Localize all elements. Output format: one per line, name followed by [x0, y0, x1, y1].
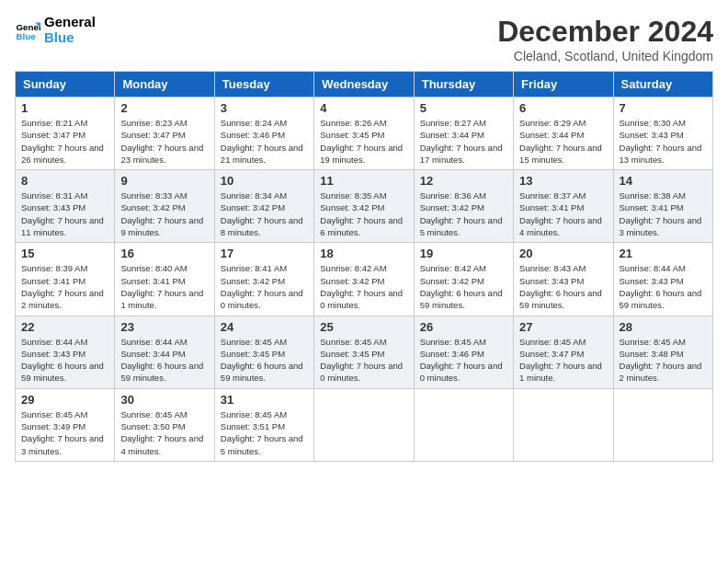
calendar-week-row: 8 Sunrise: 8:31 AMSunset: 3:43 PMDayligh…: [16, 170, 713, 243]
day-number: 20: [519, 247, 607, 260]
day-cell-21: 21 Sunrise: 8:44 AMSunset: 3:43 PMDaylig…: [613, 243, 712, 316]
day-cell-16: 16 Sunrise: 8:40 AMSunset: 3:41 PMDaylig…: [115, 243, 214, 316]
empty-cell: [414, 388, 513, 461]
svg-text:Blue: Blue: [16, 30, 36, 40]
day-cell-8: 8 Sunrise: 8:31 AMSunset: 3:43 PMDayligh…: [16, 170, 115, 243]
calendar-week-row: 29 Sunrise: 8:45 AMSunset: 3:49 PMDaylig…: [16, 388, 713, 461]
day-info: Sunrise: 8:42 AMSunset: 3:42 PMDaylight:…: [420, 262, 507, 311]
day-number: 2: [120, 101, 208, 115]
day-cell-6: 6 Sunrise: 8:29 AMSunset: 3:44 PMDayligh…: [514, 98, 613, 170]
header-monday: Monday: [115, 72, 214, 98]
day-number: 31: [221, 393, 308, 407]
day-info: Sunrise: 8:39 AMSunset: 3:41 PMDaylight:…: [21, 262, 108, 311]
day-cell-17: 17 Sunrise: 8:41 AMSunset: 3:42 PMDaylig…: [214, 243, 313, 316]
day-number: 16: [120, 247, 208, 260]
day-info: Sunrise: 8:45 AMSunset: 3:51 PMDaylight:…: [221, 408, 308, 457]
day-cell-13: 13 Sunrise: 8:37 AMSunset: 3:41 PMDaylig…: [514, 170, 613, 243]
header-thursday: Thursday: [414, 72, 513, 98]
day-cell-10: 10 Sunrise: 8:34 AMSunset: 3:42 PMDaylig…: [214, 170, 313, 243]
day-cell-2: 2 Sunrise: 8:23 AMSunset: 3:47 PMDayligh…: [115, 98, 214, 170]
day-info: Sunrise: 8:33 AMSunset: 3:42 PMDaylight:…: [120, 190, 208, 238]
day-info: Sunrise: 8:34 AMSunset: 3:42 PMDaylight:…: [221, 190, 308, 238]
day-number: 18: [320, 247, 407, 260]
day-info: Sunrise: 8:45 AMSunset: 3:49 PMDaylight:…: [21, 408, 108, 457]
header-tuesday: Tuesday: [214, 72, 313, 98]
day-number: 29: [21, 393, 108, 407]
calendar-header-row: Sunday Monday Tuesday Wednesday Thursday…: [16, 72, 713, 98]
day-cell-15: 15 Sunrise: 8:39 AMSunset: 3:41 PMDaylig…: [16, 243, 115, 316]
day-info: Sunrise: 8:38 AMSunset: 3:41 PMDaylight:…: [620, 190, 707, 238]
day-number: 11: [320, 174, 407, 188]
day-info: Sunrise: 8:42 AMSunset: 3:42 PMDaylight:…: [320, 262, 407, 311]
day-info: Sunrise: 8:36 AMSunset: 3:42 PMDaylight:…: [420, 190, 507, 238]
day-number: 23: [120, 320, 208, 334]
empty-cell: [514, 388, 613, 461]
header-wednesday: Wednesday: [314, 72, 414, 98]
day-number: 9: [120, 174, 208, 188]
day-cell-22: 22 Sunrise: 8:44 AMSunset: 3:43 PMDaylig…: [16, 316, 115, 388]
day-cell-7: 7 Sunrise: 8:30 AMSunset: 3:43 PMDayligh…: [613, 98, 712, 170]
calendar-week-row: 22 Sunrise: 8:44 AMSunset: 3:43 PMDaylig…: [16, 316, 713, 388]
day-number: 1: [21, 101, 108, 115]
day-cell-1: 1 Sunrise: 8:21 AMSunset: 3:47 PMDayligh…: [16, 98, 115, 170]
day-info: Sunrise: 8:23 AMSunset: 3:47 PMDaylight:…: [120, 117, 208, 166]
logo-line1: General: [44, 15, 96, 30]
day-cell-18: 18 Sunrise: 8:42 AMSunset: 3:42 PMDaylig…: [314, 243, 414, 316]
day-info: Sunrise: 8:45 AMSunset: 3:46 PMDaylight:…: [420, 336, 507, 385]
day-cell-14: 14 Sunrise: 8:38 AMSunset: 3:41 PMDaylig…: [613, 170, 712, 243]
day-number: 30: [120, 393, 208, 407]
empty-cell: [613, 388, 712, 461]
day-number: 5: [420, 101, 507, 115]
day-info: Sunrise: 8:45 AMSunset: 3:50 PMDaylight:…: [120, 408, 208, 457]
day-info: Sunrise: 8:45 AMSunset: 3:45 PMDaylight:…: [320, 336, 407, 385]
day-number: 24: [221, 320, 308, 334]
day-number: 14: [620, 174, 707, 188]
day-cell-23: 23 Sunrise: 8:44 AMSunset: 3:44 PMDaylig…: [115, 316, 214, 388]
day-info: Sunrise: 8:43 AMSunset: 3:43 PMDaylight:…: [519, 262, 607, 311]
header-friday: Friday: [514, 72, 613, 98]
day-number: 13: [519, 174, 607, 188]
day-info: Sunrise: 8:44 AMSunset: 3:44 PMDaylight:…: [120, 336, 208, 385]
location: Cleland, Scotland, United Kingdom: [497, 49, 713, 63]
day-info: Sunrise: 8:26 AMSunset: 3:45 PMDaylight:…: [320, 117, 407, 166]
logo-icon: General Blue: [15, 17, 40, 43]
day-number: 27: [519, 320, 607, 334]
header-saturday: Saturday: [613, 72, 712, 98]
day-number: 6: [519, 101, 607, 115]
day-info: Sunrise: 8:29 AMSunset: 3:44 PMDaylight:…: [519, 117, 607, 166]
day-number: 3: [221, 101, 308, 115]
day-number: 15: [21, 247, 108, 260]
day-number: 8: [21, 174, 108, 188]
day-info: Sunrise: 8:27 AMSunset: 3:44 PMDaylight:…: [420, 117, 507, 166]
empty-cell: [314, 388, 414, 461]
day-info: Sunrise: 8:45 AMSunset: 3:45 PMDaylight:…: [221, 336, 308, 385]
day-number: 19: [420, 247, 507, 260]
day-info: Sunrise: 8:31 AMSunset: 3:43 PMDaylight:…: [21, 190, 108, 238]
logo-line2: Blue: [44, 30, 96, 46]
header-sunday: Sunday: [16, 72, 115, 98]
day-number: 7: [620, 101, 707, 115]
day-cell-25: 25 Sunrise: 8:45 AMSunset: 3:45 PMDaylig…: [314, 316, 414, 388]
day-number: 25: [320, 320, 407, 334]
day-cell-29: 29 Sunrise: 8:45 AMSunset: 3:49 PMDaylig…: [16, 388, 115, 461]
day-number: 4: [320, 101, 407, 115]
calendar: Sunday Monday Tuesday Wednesday Thursday…: [15, 71, 713, 462]
day-cell-4: 4 Sunrise: 8:26 AMSunset: 3:45 PMDayligh…: [314, 98, 414, 170]
day-info: Sunrise: 8:21 AMSunset: 3:47 PMDaylight:…: [21, 117, 108, 166]
calendar-week-row: 15 Sunrise: 8:39 AMSunset: 3:41 PMDaylig…: [16, 243, 713, 316]
day-cell-3: 3 Sunrise: 8:24 AMSunset: 3:46 PMDayligh…: [214, 98, 313, 170]
day-cell-30: 30 Sunrise: 8:45 AMSunset: 3:50 PMDaylig…: [115, 388, 214, 461]
month-title: December 2024: [497, 15, 713, 49]
day-number: 26: [420, 320, 507, 334]
day-cell-26: 26 Sunrise: 8:45 AMSunset: 3:46 PMDaylig…: [414, 316, 513, 388]
day-cell-27: 27 Sunrise: 8:45 AMSunset: 3:47 PMDaylig…: [514, 316, 613, 388]
day-cell-19: 19 Sunrise: 8:42 AMSunset: 3:42 PMDaylig…: [414, 243, 513, 316]
header: General Blue General Blue December 2024 …: [15, 15, 713, 63]
day-number: 17: [221, 247, 308, 260]
day-info: Sunrise: 8:45 AMSunset: 3:48 PMDaylight:…: [620, 336, 707, 385]
day-info: Sunrise: 8:44 AMSunset: 3:43 PMDaylight:…: [21, 336, 108, 385]
title-area: December 2024 Cleland, Scotland, United …: [497, 15, 713, 63]
day-number: 21: [620, 247, 707, 260]
logo: General Blue General Blue: [15, 15, 96, 45]
calendar-body: 1 Sunrise: 8:21 AMSunset: 3:47 PMDayligh…: [16, 98, 713, 462]
